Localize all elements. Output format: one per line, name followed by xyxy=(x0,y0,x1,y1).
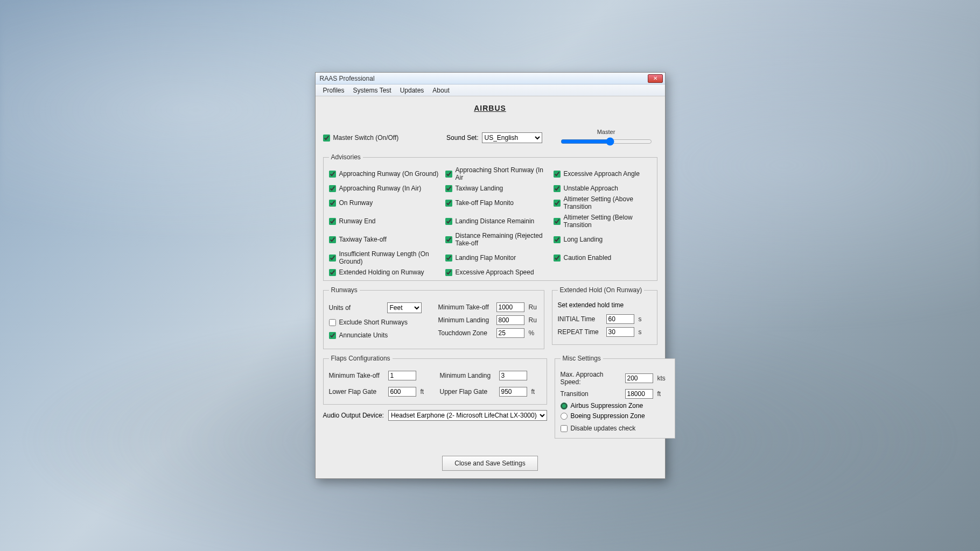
repeat-time-label: REPEAT Time xyxy=(558,328,602,336)
max-approach-input[interactable] xyxy=(625,373,653,383)
adv-extended-holding[interactable]: Extended Holding on Runway xyxy=(329,269,442,276)
sound-set-label: Sound Set: xyxy=(446,134,478,142)
adv-landing-distance-remaining[interactable]: Landing Distance Remainin xyxy=(445,214,550,229)
app-window: RAAS Professional ✕ Profiles Systems Tes… xyxy=(315,72,666,479)
adv-taxiway-takeoff[interactable]: Taxiway Take-off xyxy=(329,232,442,247)
window-title: RAAS Professional xyxy=(320,75,648,82)
upper-gate-input[interactable] xyxy=(499,387,527,397)
disable-updates-checkbox[interactable]: Disable updates check xyxy=(561,425,636,432)
touchdown-input[interactable] xyxy=(496,328,524,338)
menu-systems-test[interactable]: Systems Test xyxy=(349,86,396,95)
adv-approaching-short-runway-air[interactable]: Approaching Short Runway (In Air xyxy=(445,166,550,181)
master-switch-checkbox[interactable]: Master Switch (On/Off) xyxy=(323,134,399,142)
flaps-min-takeoff-input[interactable] xyxy=(388,371,416,380)
close-button[interactable]: ✕ xyxy=(648,74,663,83)
runways-group: Runways Units of Feet Exclude Short Runw… xyxy=(323,286,544,349)
adv-taxiway-landing[interactable]: Taxiway Landing xyxy=(445,185,550,192)
airbus-zone-radio[interactable]: Airbus Suppression Zone xyxy=(561,402,669,409)
adv-landing-flap-monitor[interactable]: Landing Flap Monitor xyxy=(445,250,550,265)
boeing-zone-radio[interactable]: Boeing Suppression Zone xyxy=(561,412,669,420)
min-takeoff-input[interactable] xyxy=(496,302,524,312)
max-approach-label: Max. Approach Speed: xyxy=(561,371,621,386)
menu-about[interactable]: About xyxy=(428,86,453,95)
units-label: Units of xyxy=(329,304,383,312)
lower-gate-input[interactable] xyxy=(388,387,416,397)
footer: Close and Save Settings xyxy=(323,456,657,471)
adv-runway-end[interactable]: Runway End xyxy=(329,214,442,229)
audio-output-row: Audio Output Device: Headset Earphone (2… xyxy=(323,410,547,421)
advisories-group: Advisories Approaching Runway (On Ground… xyxy=(323,153,657,281)
bottom-row: Flaps Configurations Minimum Take-off Mi… xyxy=(323,355,657,444)
titlebar[interactable]: RAAS Professional ✕ xyxy=(316,73,665,84)
extended-hold-caption: Set extended hold time xyxy=(558,301,652,309)
adv-distance-remaining-rto[interactable]: Distance Remaining (Rejected Take-off xyxy=(445,232,550,247)
flaps-legend: Flaps Configurations xyxy=(329,355,393,362)
touchdown-label: Touchdown Zone xyxy=(438,329,492,337)
close-save-button[interactable]: Close and Save Settings xyxy=(442,456,537,471)
adv-caution-enabled[interactable]: Caution Enabled xyxy=(554,250,652,265)
adv-on-runway[interactable]: On Runway xyxy=(329,195,442,210)
master-switch-input[interactable] xyxy=(323,135,330,142)
flaps-min-takeoff-label: Minimum Take-off xyxy=(329,372,384,379)
menu-updates[interactable]: Updates xyxy=(396,86,429,95)
adv-excessive-approach-speed[interactable]: Excessive Approach Speed xyxy=(445,269,550,276)
sound-set-select[interactable]: US_English xyxy=(482,132,542,143)
repeat-time-input[interactable] xyxy=(606,327,634,337)
mid-row: Runways Units of Feet Exclude Short Runw… xyxy=(323,286,657,355)
adv-insufficient-length[interactable]: Insufficient Runway Length (On Ground) xyxy=(329,250,442,265)
advisories-grid: Approaching Runway (On Ground) Approachi… xyxy=(329,166,652,276)
master-volume-slider[interactable] xyxy=(561,137,652,146)
min-landing-label: Minimum Landing xyxy=(438,316,492,324)
audio-output-select[interactable]: Headset Earphone (2- Microsoft LifeChat … xyxy=(388,410,547,421)
top-row: Master Switch (On/Off) Sound Set: US_Eng… xyxy=(323,129,657,147)
audio-output-label: Audio Output Device: xyxy=(323,412,384,419)
master-volume: Master xyxy=(555,129,657,147)
flaps-min-landing-label: Minimum Landing xyxy=(440,372,495,379)
annunciate-units-checkbox[interactable]: Annunciate Units xyxy=(329,331,434,339)
adv-takeoff-flap-monitor[interactable]: Take-off Flap Monito xyxy=(445,195,550,210)
initial-time-label: INITIAL Time xyxy=(558,315,602,323)
misc-group: Misc Settings Max. Approach Speed: kts T… xyxy=(555,355,675,439)
menu-profiles[interactable]: Profiles xyxy=(319,86,349,95)
min-takeoff-label: Minimum Take-off xyxy=(438,303,492,311)
flaps-min-landing-input[interactable] xyxy=(499,371,527,380)
misc-legend: Misc Settings xyxy=(561,355,603,362)
transition-label: Transition xyxy=(561,390,621,398)
master-volume-label: Master xyxy=(597,129,615,135)
adv-altimeter-below[interactable]: Altimeter Setting (Below Transition xyxy=(554,214,652,229)
adv-approaching-runway-ground[interactable]: Approaching Runway (On Ground) xyxy=(329,166,442,181)
close-icon: ✕ xyxy=(653,76,657,81)
adv-unstable-approach[interactable]: Unstable Approach xyxy=(554,185,652,192)
transition-input[interactable] xyxy=(625,389,653,399)
adv-excessive-approach-angle[interactable]: Excessive Approach Angle xyxy=(554,166,652,181)
initial-time-input[interactable] xyxy=(606,314,634,324)
master-switch-label: Master Switch (On/Off) xyxy=(333,134,399,142)
extended-hold-legend: Extended Hold (On Runway) xyxy=(558,286,645,294)
extended-hold-group: Extended Hold (On Runway) Set extended h… xyxy=(552,286,657,345)
runways-legend: Runways xyxy=(329,286,360,294)
adv-long-landing[interactable]: Long Landing xyxy=(554,232,652,247)
exclude-short-checkbox[interactable]: Exclude Short Runways xyxy=(329,319,434,326)
upper-gate-label: Upper Flap Gate xyxy=(440,388,495,395)
lower-gate-label: Lower Flap Gate xyxy=(329,388,384,395)
units-select[interactable]: Feet xyxy=(387,302,422,313)
advisories-legend: Advisories xyxy=(329,153,363,161)
flaps-group: Flaps Configurations Minimum Take-off Mi… xyxy=(323,355,547,405)
adv-altimeter-above[interactable]: Altimeter Setting (Above Transition xyxy=(554,195,652,210)
sound-set: Sound Set: US_English xyxy=(446,132,542,143)
client-area: AIRBUS Master Switch (On/Off) Sound Set:… xyxy=(316,96,665,478)
adv-approaching-runway-air[interactable]: Approaching Runway (In Air) xyxy=(329,185,442,192)
min-landing-input[interactable] xyxy=(496,315,524,325)
page-title: AIRBUS xyxy=(323,104,657,112)
menubar: Profiles Systems Test Updates About xyxy=(316,84,665,96)
